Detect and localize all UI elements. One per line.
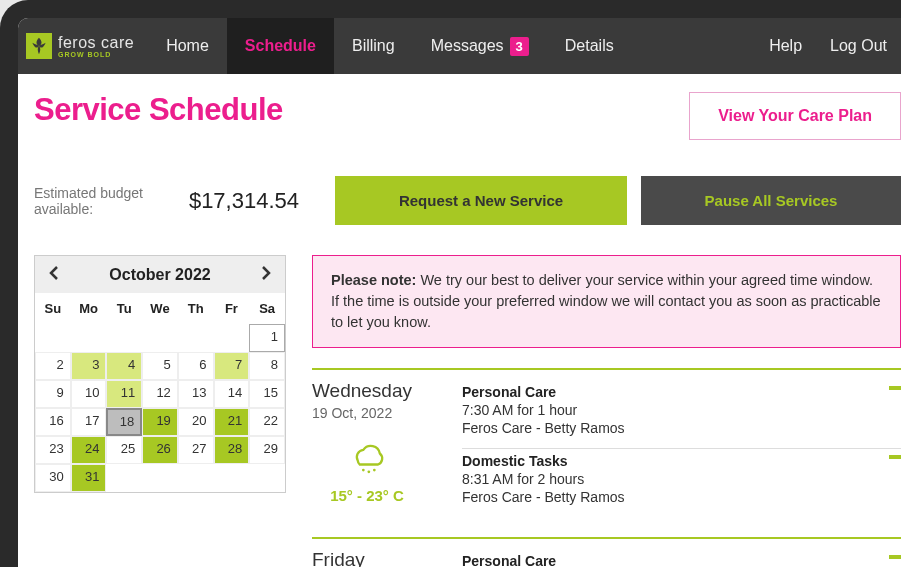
service-provider: Feros Care - Betty Ramos bbox=[462, 489, 901, 505]
calendar-day[interactable]: 2 bbox=[35, 352, 71, 380]
calendar-dow: Th bbox=[178, 293, 214, 324]
calendar-day[interactable]: 13 bbox=[178, 380, 214, 408]
primary-nav: Home Schedule Billing Messages3 Details bbox=[148, 18, 632, 74]
calendar-day[interactable]: 6 bbox=[178, 352, 214, 380]
nav-schedule[interactable]: Schedule bbox=[227, 18, 334, 74]
view-care-plan-button[interactable]: View Your Care Plan bbox=[689, 92, 901, 140]
calendar-next-button[interactable] bbox=[255, 262, 277, 287]
calendar-day[interactable]: 31 bbox=[71, 464, 107, 492]
calendar-day[interactable]: 16 bbox=[35, 408, 71, 436]
calendar-day[interactable]: 15 bbox=[249, 380, 285, 408]
day-date: 19 Oct, 2022 bbox=[312, 405, 462, 421]
calendar-day[interactable]: 18 bbox=[106, 408, 142, 436]
calendar-day[interactable]: 29 bbox=[249, 436, 285, 464]
calendar-day bbox=[142, 324, 178, 352]
calendar-day[interactable]: 22 bbox=[249, 408, 285, 436]
nav-help[interactable]: Help bbox=[755, 18, 816, 74]
nav-home[interactable]: Home bbox=[148, 18, 227, 74]
service-item[interactable]: Personal Care7:30 AM for 1 hourFeros Car… bbox=[462, 380, 901, 448]
calendar-dow: Mo bbox=[71, 293, 107, 324]
nav-right: Help Log Out bbox=[755, 18, 901, 74]
budget-amount: $17,314.54 bbox=[189, 188, 299, 214]
calendar-day[interactable]: 10 bbox=[71, 380, 107, 408]
svg-point-1 bbox=[367, 471, 370, 474]
service-time: 8:31 AM for 2 hours bbox=[462, 471, 901, 487]
calendar-day bbox=[214, 324, 250, 352]
rain-cloud-icon bbox=[345, 439, 389, 479]
notice-banner: Please note: We try our best to deliver … bbox=[312, 255, 901, 348]
service-title: Personal Care bbox=[462, 384, 901, 400]
calendar-day[interactable]: 28 bbox=[214, 436, 250, 464]
calendar-day[interactable]: 25 bbox=[106, 436, 142, 464]
pause-services-button[interactable]: Pause All Services bbox=[641, 176, 901, 225]
brand-name: feros care bbox=[58, 35, 134, 51]
calendar-day[interactable]: 20 bbox=[178, 408, 214, 436]
nav-logout[interactable]: Log Out bbox=[816, 18, 901, 74]
weather-block: 15° - 23° C bbox=[312, 439, 422, 504]
nav-billing[interactable]: Billing bbox=[334, 18, 413, 74]
service-provider: Feros Care - Betty Ramos bbox=[462, 420, 901, 436]
day-name: Wednesday bbox=[312, 380, 462, 402]
calendar-day[interactable]: 8 bbox=[249, 352, 285, 380]
day-block: Friday21 Oct, 2022Personal CareThis time… bbox=[312, 537, 901, 567]
service-time: 7:30 AM for 1 hour bbox=[462, 402, 901, 418]
nav-messages[interactable]: Messages3 bbox=[413, 18, 547, 74]
calendar-dow: Tu bbox=[106, 293, 142, 324]
calendar-day[interactable]: 5 bbox=[142, 352, 178, 380]
nav-details[interactable]: Details bbox=[547, 18, 632, 74]
calendar-day bbox=[71, 324, 107, 352]
calendar-dow: Su bbox=[35, 293, 71, 324]
calendar-dow: We bbox=[142, 293, 178, 324]
calendar-day[interactable]: 4 bbox=[106, 352, 142, 380]
calendar-day bbox=[178, 324, 214, 352]
calendar-day bbox=[106, 324, 142, 352]
logo-icon bbox=[26, 33, 52, 59]
service-indicator-icon bbox=[889, 386, 901, 390]
top-nav: feros care GROW BOLD Home Schedule Billi… bbox=[18, 18, 901, 74]
svg-point-0 bbox=[362, 469, 365, 472]
calendar-day[interactable]: 7 bbox=[214, 352, 250, 380]
service-indicator-icon bbox=[889, 555, 901, 559]
calendar-day bbox=[35, 324, 71, 352]
notice-prefix: Please note: bbox=[331, 272, 416, 288]
calendar: October 2022 SuMoTuWeThFrSa1234567891011… bbox=[34, 255, 286, 493]
calendar-day[interactable]: 17 bbox=[71, 408, 107, 436]
calendar-day[interactable]: 23 bbox=[35, 436, 71, 464]
service-item[interactable]: Personal CareThis time is yet to be conf… bbox=[462, 549, 901, 567]
page-title: Service Schedule bbox=[34, 92, 283, 128]
service-indicator-icon bbox=[889, 455, 901, 459]
calendar-day[interactable]: 3 bbox=[71, 352, 107, 380]
service-title: Domestic Tasks bbox=[462, 453, 901, 469]
request-service-button[interactable]: Request a New Service bbox=[335, 176, 627, 225]
chevron-left-icon bbox=[49, 266, 59, 280]
brand-logo[interactable]: feros care GROW BOLD bbox=[18, 33, 148, 59]
calendar-day[interactable]: 14 bbox=[214, 380, 250, 408]
calendar-day[interactable]: 21 bbox=[214, 408, 250, 436]
chevron-right-icon bbox=[261, 266, 271, 280]
calendar-day[interactable]: 30 bbox=[35, 464, 71, 492]
calendar-day[interactable]: 12 bbox=[142, 380, 178, 408]
calendar-day[interactable]: 19 bbox=[142, 408, 178, 436]
day-name: Friday bbox=[312, 549, 462, 567]
calendar-day[interactable]: 1 bbox=[249, 324, 285, 352]
weather-temp: 15° - 23° C bbox=[312, 487, 422, 504]
calendar-day[interactable]: 24 bbox=[71, 436, 107, 464]
day-block: Wednesday19 Oct, 202215° - 23° CPersonal… bbox=[312, 368, 901, 517]
calendar-dow: Fr bbox=[214, 293, 250, 324]
service-item[interactable]: Domestic Tasks8:31 AM for 2 hoursFeros C… bbox=[462, 448, 901, 517]
calendar-title: October 2022 bbox=[109, 266, 210, 284]
calendar-dow: Sa bbox=[249, 293, 285, 324]
svg-point-2 bbox=[373, 469, 376, 472]
calendar-day[interactable]: 11 bbox=[106, 380, 142, 408]
calendar-day[interactable]: 9 bbox=[35, 380, 71, 408]
service-title: Personal Care bbox=[462, 553, 901, 567]
brand-tagline: GROW BOLD bbox=[58, 51, 134, 58]
calendar-day[interactable]: 27 bbox=[178, 436, 214, 464]
calendar-prev-button[interactable] bbox=[43, 262, 65, 287]
messages-badge: 3 bbox=[510, 37, 529, 56]
budget-label: Estimated budget available: bbox=[34, 185, 173, 217]
calendar-day[interactable]: 26 bbox=[142, 436, 178, 464]
